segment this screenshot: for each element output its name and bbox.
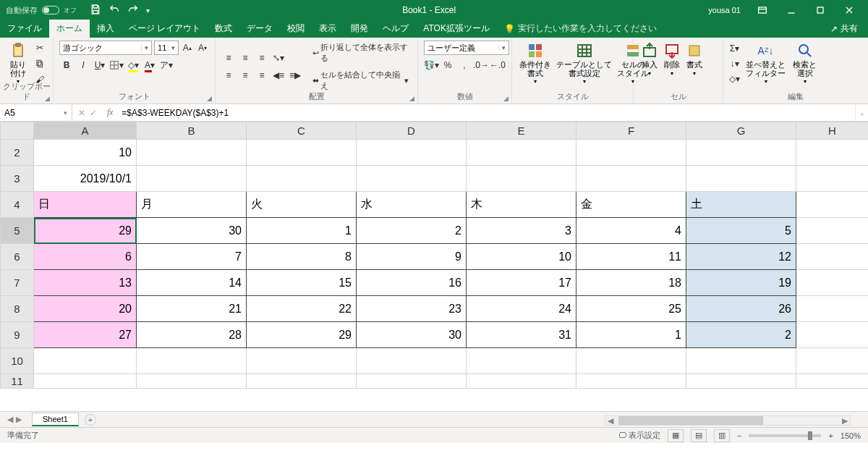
cell-D6[interactable]: 9	[357, 244, 467, 270]
cell-G4[interactable]: 土	[686, 192, 796, 218]
font-size-combobox[interactable]: 11▾	[154, 41, 179, 55]
cell-C6[interactable]: 8	[247, 244, 357, 270]
tab-help[interactable]: ヘルプ	[375, 20, 416, 38]
cell-G3[interactable]	[686, 166, 796, 192]
cell-G5[interactable]: 5	[686, 218, 796, 244]
save-icon[interactable]	[90, 4, 101, 17]
row-header-5[interactable]: 5	[1, 218, 34, 244]
number-format-combobox[interactable]: ユーザー定義▾	[424, 41, 509, 55]
undo-icon[interactable]	[109, 4, 120, 17]
expand-formula-bar[interactable]: ⌄	[855, 104, 868, 121]
cell-D8[interactable]: 23	[357, 296, 467, 322]
zoom-out-button[interactable]: −	[737, 431, 741, 440]
align-right-button[interactable]: ≡	[255, 68, 269, 83]
cell-A5[interactable]: 29	[34, 218, 137, 244]
column-header-A[interactable]: A	[34, 122, 137, 140]
increase-decimal-button[interactable]: .0→	[474, 58, 488, 72]
share-button[interactable]: ↗ 共有	[820, 20, 868, 38]
column-header-B[interactable]: B	[137, 122, 247, 140]
enter-formula-button[interactable]: ✓	[90, 108, 97, 118]
cell-H9[interactable]	[796, 322, 869, 348]
tab-file[interactable]: ファイル	[0, 20, 49, 38]
cell-F7[interactable]: 18	[576, 270, 686, 296]
row-header-9[interactable]: 9	[1, 322, 34, 348]
font-dialog-launcher[interactable]: ◢	[207, 95, 212, 102]
tab-review[interactable]: 校閲	[280, 20, 312, 38]
cell-E10[interactable]	[467, 348, 576, 374]
orientation-button[interactable]: ⤡▾	[271, 51, 286, 65]
cell-H8[interactable]	[796, 296, 869, 322]
cell-G2[interactable]	[686, 140, 796, 166]
tab-data[interactable]: データ	[239, 20, 280, 38]
conditional-formatting-button[interactable]: 条件付き 書式▾	[518, 41, 553, 87]
autosum-button[interactable]: Σ▾	[729, 41, 740, 56]
cell-H6[interactable]	[796, 244, 869, 270]
formula-input[interactable]: =$A$3-WEEKDAY($A$3)+1	[117, 104, 855, 121]
row-header-10[interactable]: 10	[1, 348, 34, 374]
column-header-H[interactable]: H	[796, 122, 869, 140]
cell-D2[interactable]	[357, 140, 467, 166]
border-button[interactable]: ▾	[109, 58, 124, 72]
cell-C2[interactable]	[247, 140, 357, 166]
cell-H5[interactable]	[796, 218, 869, 244]
format-cells-button[interactable]: 書式▾	[684, 41, 705, 78]
tab-atok[interactable]: ATOK拡張ツール	[416, 20, 497, 38]
clipboard-dialog-launcher[interactable]: ◢	[45, 95, 50, 102]
find-select-button[interactable]: 検索と 選択▾	[791, 41, 818, 87]
cell-E2[interactable]	[467, 140, 576, 166]
cell-C9[interactable]: 29	[247, 322, 357, 348]
cell-H7[interactable]	[796, 270, 869, 296]
cell-G7[interactable]: 19	[686, 270, 796, 296]
column-header-F[interactable]: F	[576, 122, 686, 140]
close-icon[interactable]	[835, 0, 864, 20]
cell-D4[interactable]: 水	[357, 192, 467, 218]
cell-D9[interactable]: 30	[357, 322, 467, 348]
insert-cells-button[interactable]: 挿入▾	[639, 41, 660, 78]
percent-format-button[interactable]: %	[441, 58, 455, 72]
normal-view-button[interactable]: ▦	[668, 429, 684, 442]
zoom-in-button[interactable]: +	[828, 431, 833, 440]
cell-B7[interactable]: 14	[137, 270, 247, 296]
underline-button[interactable]: U▾	[93, 58, 107, 72]
increase-indent-button[interactable]: ≡▶	[288, 68, 302, 83]
paste-button[interactable]: 貼り付け ▾	[6, 41, 30, 87]
cell-A9[interactable]: 27	[34, 322, 137, 348]
font-color-button[interactable]: A▾	[142, 58, 157, 72]
cell-C8[interactable]: 22	[247, 296, 357, 322]
cell-D7[interactable]: 16	[357, 270, 467, 296]
cell-F4[interactable]: 金	[576, 192, 686, 218]
increase-font-button[interactable]: A▴	[181, 41, 194, 55]
ribbon-display-icon[interactable]	[748, 0, 777, 20]
copy-button[interactable]	[33, 56, 47, 71]
column-header-C[interactable]: C	[247, 122, 357, 140]
sort-filter-button[interactable]: AZ↓ 並べ替えと フィルター▾	[744, 41, 787, 87]
cell-D3[interactable]	[357, 166, 467, 192]
add-sheet-button[interactable]: +	[85, 414, 96, 426]
row-header-8[interactable]: 8	[1, 296, 34, 322]
cell-E5[interactable]: 3	[467, 218, 576, 244]
cell-C3[interactable]	[247, 166, 357, 192]
cell-A11[interactable]	[34, 374, 137, 389]
align-center-button[interactable]: ≡	[238, 68, 252, 83]
cell-G9[interactable]: 2	[686, 322, 796, 348]
fill-button[interactable]: ↓▾	[729, 56, 740, 71]
cell-B5[interactable]: 30	[137, 218, 247, 244]
cell-F8[interactable]: 25	[576, 296, 686, 322]
number-dialog-launcher[interactable]: ◢	[503, 95, 509, 102]
cell-B4[interactable]: 月	[137, 192, 247, 218]
cell-A3[interactable]: 2019/10/1	[34, 166, 137, 192]
cell-B11[interactable]	[137, 374, 247, 389]
font-name-combobox[interactable]: 游ゴシック▾	[59, 41, 152, 55]
row-header-11[interactable]: 11	[1, 374, 34, 389]
phonetic-button[interactable]: ア▾	[159, 58, 174, 72]
align-bottom-button[interactable]: ≡	[255, 51, 269, 65]
cell-A10[interactable]	[34, 348, 137, 374]
cell-E9[interactable]: 31	[467, 322, 576, 348]
cell-F3[interactable]	[576, 166, 686, 192]
worksheet-grid[interactable]: A B C D E F G H 2 10 3 2019/10/1 4 日 月 火	[0, 122, 868, 411]
cell-A7[interactable]: 13	[34, 270, 137, 296]
cell-H2[interactable]	[796, 140, 869, 166]
autosave-toggle[interactable]: 自動保存 オフ	[6, 5, 77, 16]
cell-E11[interactable]	[467, 374, 576, 389]
horizontal-scrollbar[interactable]: ◀▶	[605, 415, 851, 426]
